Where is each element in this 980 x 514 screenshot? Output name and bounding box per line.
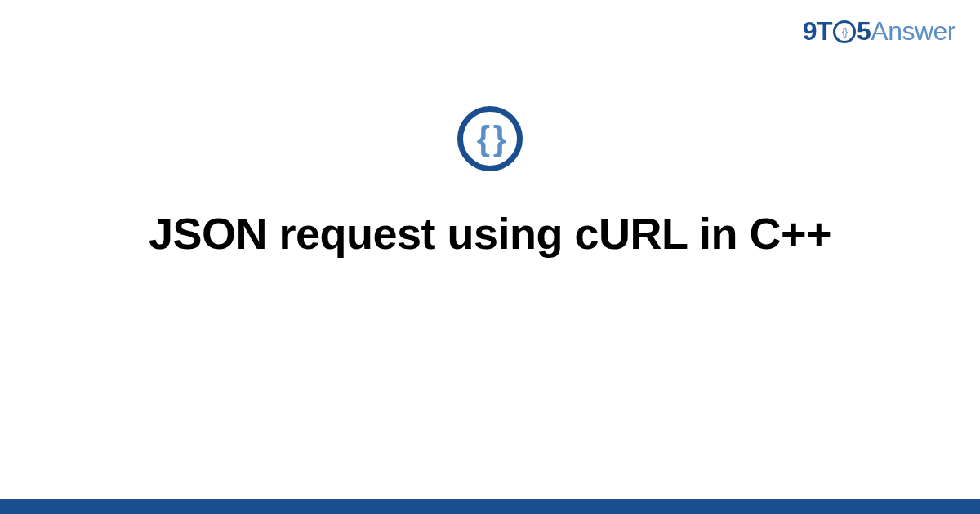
footer-accent-bar xyxy=(0,499,980,514)
main-content: { } JSON request using cURL in C++ xyxy=(0,0,980,514)
page-title: JSON request using cURL in C++ xyxy=(149,208,831,259)
json-braces-glyph: { } xyxy=(477,119,503,158)
json-braces-icon: { } xyxy=(457,106,523,171)
